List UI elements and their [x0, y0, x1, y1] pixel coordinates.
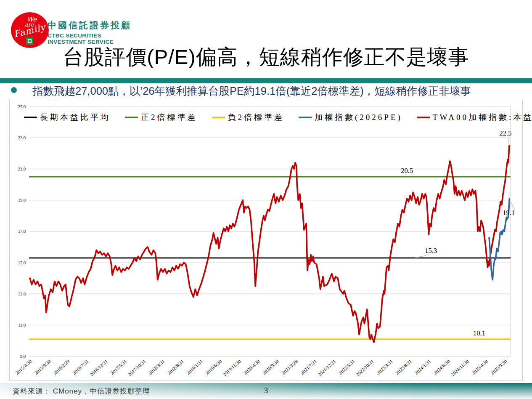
svg-text:2016/2/29: 2016/2/29	[53, 359, 71, 375]
svg-text:15.0: 15.0	[18, 261, 26, 265]
svg-text:2025/9/30: 2025/9/30	[490, 359, 508, 375]
legend-item: 加權指數(2026PE)	[299, 112, 402, 123]
legend-swatch-icon	[299, 117, 312, 118]
svg-text:2016/12/31: 2016/12/31	[89, 359, 109, 377]
svg-text:2019/1/31: 2019/1/31	[185, 359, 204, 375]
footer-bar: 資料來源： CMoney，中信證券投顧整理 3	[0, 383, 532, 399]
bullet-dot-icon	[11, 87, 17, 93]
page-number: 3	[0, 386, 532, 395]
legend-item: 長期本益比平均	[24, 112, 111, 123]
legend-label: 加權指數(2026PE)	[315, 112, 402, 123]
svg-text:19.1: 19.1	[503, 209, 515, 217]
pe-chart: 25.023.021.019.017.015.013.011.09.02015/…	[10, 100, 522, 380]
svg-text:2024/11/30: 2024/11/30	[450, 359, 470, 377]
svg-text:23.0: 23.0	[18, 136, 26, 140]
brand-block: 中國信託證券投顧 CTBC SECURITIES INVESTMENT SERV…	[48, 19, 132, 45]
svg-text:2021/2/28: 2021/2/28	[281, 359, 299, 375]
svg-text:2018/8/31: 2018/8/31	[167, 359, 185, 375]
legend-swatch-icon	[212, 117, 225, 118]
svg-text:20.5: 20.5	[401, 167, 413, 175]
svg-text:2015/4/30: 2015/4/30	[15, 359, 33, 375]
legend-label: 負2倍標準差	[228, 112, 285, 123]
title-divider-bar	[0, 78, 532, 83]
legend-item: TWA00加權指數:本益比	[417, 112, 532, 123]
svg-text:17.0: 17.0	[18, 229, 26, 234]
legend-item: 負2倍標準差	[212, 112, 285, 123]
svg-text:25.0: 25.0	[18, 104, 26, 109]
svg-text:2023/8/31: 2023/8/31	[395, 359, 413, 375]
legend-swatch-icon	[417, 117, 430, 118]
svg-text:11.0: 11.0	[18, 323, 26, 327]
svg-text:2020/9/30: 2020/9/30	[262, 359, 280, 375]
svg-text:2015/9/30: 2015/9/30	[34, 359, 52, 375]
svg-text:2020/4/30: 2020/4/30	[243, 359, 261, 375]
svg-text:2016/7/31: 2016/7/31	[71, 359, 90, 375]
bullet-text: 指數飛越27,000點，以’26年獲利推算台股PE約19.1倍(靠近2倍標準差)…	[32, 84, 529, 98]
slide: { "header": { "logo_script": { "line1": …	[0, 0, 532, 399]
svg-text:15.3: 15.3	[425, 247, 437, 255]
svg-text:22.5: 22.5	[500, 129, 512, 137]
svg-text:2025/4/30: 2025/4/30	[471, 359, 489, 375]
svg-text:2024/1/31: 2024/1/31	[414, 359, 432, 375]
legend-swatch-icon	[125, 117, 138, 118]
pe-chart-frame: 長期本益比平均正2倍標準差負2倍標準差加權指數(2026PE)TWA00加權指數…	[9, 100, 523, 381]
brand-name-chinese: 中國信託證券投顧	[48, 19, 132, 31]
legend-label: TWA00加權指數:本益比	[433, 112, 532, 123]
legend-item: 正2倍標準差	[125, 112, 198, 123]
svg-text:10.1: 10.1	[473, 329, 485, 337]
svg-text:9.0: 9.0	[20, 354, 26, 359]
svg-text:13.0: 13.0	[18, 292, 26, 296]
legend-label: 長期本益比平均	[40, 112, 111, 123]
svg-text:2018/3/31: 2018/3/31	[148, 359, 166, 375]
legend-label: 正2倍標準差	[141, 112, 198, 123]
svg-text:2017/10/31: 2017/10/31	[127, 359, 147, 377]
svg-text:2021/12/31: 2021/12/31	[317, 359, 337, 377]
page-title: 台股評價(P/E)偏高，短線稍作修正不是壞事	[0, 43, 532, 71]
svg-text:2019/6/30: 2019/6/30	[205, 359, 223, 375]
svg-text:19.0: 19.0	[18, 198, 26, 202]
chart-legend: 長期本益比平均正2倍標準差負2倍標準差加權指數(2026PE)TWA00加權指數…	[24, 112, 532, 123]
svg-text:2019/11/30: 2019/11/30	[222, 359, 242, 377]
svg-text:2024/6/30: 2024/6/30	[433, 359, 451, 375]
svg-text:21.0: 21.0	[18, 167, 26, 171]
svg-text:2023/3/31: 2023/3/31	[376, 359, 394, 375]
svg-text:2021/7/31: 2021/7/31	[300, 359, 318, 375]
svg-text:2022/10/31: 2022/10/31	[355, 359, 375, 377]
svg-text:2022/5/31: 2022/5/31	[338, 359, 356, 375]
svg-text:2017/5/31: 2017/5/31	[110, 359, 128, 375]
legend-swatch-icon	[24, 117, 37, 118]
brand-name-english-1: CTBC SECURITIES	[48, 32, 132, 39]
we-are-family-logo: We are Family	[11, 12, 49, 48]
